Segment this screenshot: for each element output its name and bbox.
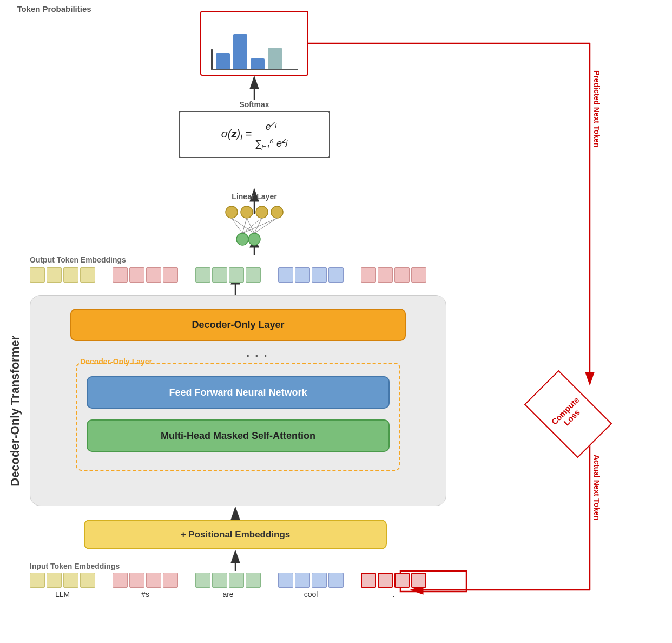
bar-3 [233, 34, 247, 69]
embed-cell-highlight [411, 573, 426, 588]
embed-cell [47, 267, 62, 283]
embed-cell [146, 267, 161, 283]
embed-cell [80, 573, 95, 588]
mha-box: Multi-Head Masked Self-Attention [87, 419, 390, 452]
bar-chart [211, 27, 298, 70]
diagram: Token Probabilities Softmax σ(z)i = ezi … [0, 0, 672, 643]
embed-cell [163, 573, 178, 588]
embed-cell [328, 267, 344, 283]
embed-cell-highlight [361, 573, 376, 588]
embed-cell [361, 267, 376, 283]
linear-label: Linear Layer [232, 192, 276, 201]
bar-2 [216, 53, 230, 69]
embed-block-1 [30, 267, 95, 283]
input-embed-row: LLM #s are [30, 573, 426, 599]
embed-cell-highlight [378, 573, 393, 588]
embed-cell [146, 573, 161, 588]
embed-cell [229, 573, 244, 588]
decoder-only-layer-text: Decoder-Only Layer [192, 319, 284, 331]
dashed-layer-label: Decoder-Only Layer [80, 357, 152, 366]
embed-cell [195, 573, 210, 588]
token-label-llm: LLM [55, 590, 70, 599]
embed-cell [163, 267, 178, 283]
linear-layer-nodes [222, 204, 287, 247]
output-embed-label: Output Token Embeddings [30, 255, 452, 264]
embed-cell [278, 267, 293, 283]
token-prob-box [200, 11, 308, 76]
pos-emb-box: + Positional Embeddings [84, 520, 387, 549]
embed-cell [328, 573, 344, 588]
svg-line-24 [242, 218, 262, 233]
embed-cell [63, 573, 78, 588]
embed-cell-highlight [394, 573, 410, 588]
svg-point-19 [271, 206, 283, 218]
embed-cell [229, 267, 244, 283]
softmax-formula: σ(z)i = ezi ∑j=1K ezj [188, 119, 320, 150]
svg-point-16 [226, 206, 238, 218]
bar-4 [251, 58, 265, 69]
compute-loss-container: ComputeLoss [525, 384, 611, 444]
embed-cell [47, 573, 62, 588]
mha-text: Multi-Head Masked Self-Attention [161, 430, 315, 442]
embed-cell [129, 267, 144, 283]
token-group-cool: cool [278, 573, 344, 599]
embed-block-3 [195, 267, 261, 283]
token-label-cool: cool [304, 590, 318, 599]
ffnn-text: Feed Forward Neural Network [169, 387, 307, 398]
embed-block-4 [278, 267, 344, 283]
embed-cell [195, 267, 210, 283]
svg-point-17 [241, 206, 253, 218]
transformer-label: Decoder-Only Transformer [8, 336, 22, 487]
token-group-are: are [195, 573, 261, 599]
ffnn-box: Feed Forward Neural Network [87, 376, 390, 409]
linear-layer-container: Linear Layer [200, 192, 308, 247]
embed-cell [30, 267, 45, 283]
softmax-label: Softmax [179, 100, 330, 109]
embed-cell [212, 267, 227, 283]
embed-cell [295, 573, 310, 588]
token-label-period: . [393, 590, 395, 599]
svg-line-20 [232, 218, 242, 233]
embed-cell [113, 267, 128, 283]
token-prob-label: Token Probabilities [0, 4, 114, 14]
token-group-period: . [361, 573, 426, 599]
output-embeddings: Output Token Embeddings [30, 255, 452, 283]
output-embed-row [30, 267, 452, 283]
embed-block-2 [113, 267, 178, 283]
token-label-are: are [222, 590, 233, 599]
embed-block-5 [361, 267, 426, 283]
dots: · · · [246, 349, 268, 363]
embed-cell [394, 267, 410, 283]
svg-point-28 [236, 233, 248, 245]
embed-cell [129, 573, 144, 588]
svg-line-27 [254, 218, 277, 233]
embed-cell [212, 573, 227, 588]
embed-cell [113, 573, 128, 588]
softmax-container: Softmax σ(z)i = ezi ∑j=1K ezj [179, 100, 330, 158]
token-group-llm: LLM [30, 573, 95, 599]
input-embed-label: Input Token Embeddings [30, 562, 120, 570]
embed-cell [312, 267, 327, 283]
softmax-box: σ(z)i = ezi ∑j=1K ezj [179, 111, 330, 158]
predicted-next-token-label: Predicted Next Token [592, 70, 601, 147]
bar-1 [211, 49, 213, 69]
embed-cell [411, 267, 426, 283]
embed-cell [295, 267, 310, 283]
decoder-only-layer-box: Decoder-Only Layer [70, 309, 406, 341]
embed-cell [312, 573, 327, 588]
embed-cell [80, 267, 95, 283]
token-label-hash: #s [141, 590, 149, 599]
bar-5 [268, 48, 282, 69]
embed-cell [30, 573, 45, 588]
pos-emb-text: + Positional Embeddings [181, 529, 291, 540]
embed-cell [246, 267, 261, 283]
embed-cell [246, 573, 261, 588]
embed-cell [278, 573, 293, 588]
svg-point-18 [256, 206, 268, 218]
token-group-hash: #s [113, 573, 178, 599]
embed-cell [63, 267, 78, 283]
actual-next-token-label: Actual Next Token [592, 455, 601, 520]
embed-cell [378, 267, 393, 283]
svg-point-29 [248, 233, 260, 245]
